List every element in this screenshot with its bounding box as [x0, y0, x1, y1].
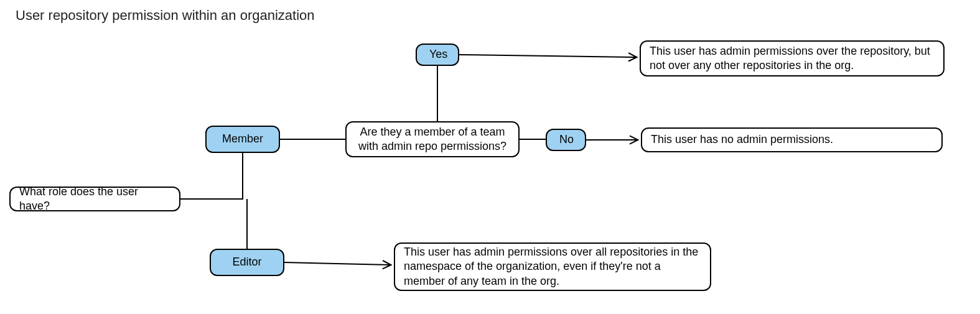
- node-no-label: No: [559, 132, 572, 147]
- node-question-role-label: What role does the user have?: [19, 185, 170, 214]
- node-editor-label: Editor: [220, 255, 274, 269]
- node-outcome-editor: This user has admin permissions over all…: [394, 242, 711, 291]
- node-outcome-editor-label: This user has admin permissions over all…: [404, 245, 701, 289]
- node-yes: Yes: [416, 44, 459, 66]
- node-outcome-no-label: This user has no admin permissions.: [651, 132, 933, 147]
- node-outcome-yes-label: This user has admin permissions over the…: [650, 44, 935, 73]
- node-question-team: Are they a member of a team with admin r…: [345, 121, 520, 157]
- node-yes-label: Yes: [429, 47, 446, 62]
- node-editor: Editor: [210, 249, 284, 276]
- node-outcome-no: This user has no admin permissions.: [641, 127, 943, 152]
- node-question-role: What role does the user have?: [9, 187, 180, 211]
- diagram-title: User repository permission within an org…: [16, 7, 315, 24]
- diagram-canvas: User repository permission within an org…: [0, 0, 980, 314]
- node-outcome-yes: This user has admin permissions over the…: [640, 40, 945, 76]
- node-no: No: [546, 129, 586, 151]
- node-member-label: Member: [215, 132, 270, 146]
- node-question-team-label: Are they a member of a team with admin r…: [355, 125, 510, 154]
- node-member: Member: [205, 126, 280, 153]
